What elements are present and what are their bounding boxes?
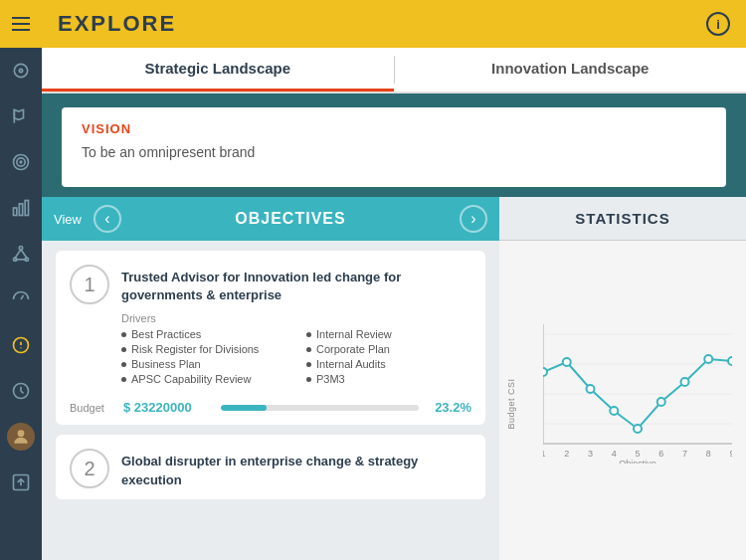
tab-strategic[interactable]: Strategic Landscape <box>42 48 394 92</box>
svg-point-30 <box>563 358 571 366</box>
next-button[interactable]: › <box>460 205 487 233</box>
svg-text:4: 4 <box>612 449 617 459</box>
budget-label: Budget <box>70 402 115 414</box>
svg-point-29 <box>543 368 547 376</box>
objective-2-title: Global disrupter in enterprise change & … <box>121 449 471 488</box>
vision-card: VISION To be an omnipresent brand <box>62 107 726 187</box>
driver-text: APSC Capability Review <box>131 373 251 385</box>
driver-dot <box>121 362 126 367</box>
sidebar-item-home[interactable] <box>0 48 42 93</box>
objectives-title: OBJECTIVES <box>129 210 452 228</box>
vision-text: To be an omnipresent brand <box>82 144 706 160</box>
objective-2-top: 2 Global disrupter in enterprise change … <box>70 449 471 488</box>
main-content: EXPLORE i Strategic Landscape Innovation… <box>42 0 746 560</box>
budget-bar-fill <box>221 405 267 411</box>
svg-point-0 <box>14 64 27 77</box>
driver-text: Business Plan <box>131 358 201 370</box>
sidebar-item-export[interactable] <box>0 460 42 505</box>
objective-card-1[interactable]: 1 Trusted Advisor for Innovation led cha… <box>56 251 485 425</box>
objectives-list: 1 Trusted Advisor for Innovation led cha… <box>42 241 499 560</box>
line-chart: 1 2 3 4 5 6 7 8 9 Objective <box>543 324 732 464</box>
driver-dot <box>121 332 126 337</box>
driver-dot <box>121 347 126 352</box>
sidebar-item-edit[interactable] <box>0 322 42 368</box>
driver-text: Best Practices <box>131 328 201 340</box>
svg-text:8: 8 <box>706 449 711 459</box>
driver-text: Corporate Plan <box>316 343 390 355</box>
objectives-header: View ‹ OBJECTIVES › <box>42 197 499 241</box>
svg-rect-7 <box>19 204 22 216</box>
objective-1-top: 1 Trusted Advisor for Innovation led cha… <box>70 265 471 304</box>
drivers-label: Drivers <box>121 312 471 324</box>
hamburger-icon <box>12 17 30 31</box>
sidebar-item-avatar[interactable] <box>0 414 42 460</box>
driver-item: Internal Audits <box>306 358 471 370</box>
objective-1-drivers: Drivers Best Practices Risk Register for… <box>121 312 471 388</box>
chart-wrap: Budget CSI <box>513 324 732 483</box>
sidebar-item-network[interactable] <box>0 231 42 277</box>
svg-point-33 <box>634 425 642 433</box>
svg-text:2: 2 <box>564 449 569 459</box>
svg-text:Objective: Objective <box>619 459 656 464</box>
budget-row: Budget $ 23220000 23.2% <box>70 400 471 415</box>
svg-text:1: 1 <box>543 449 546 459</box>
driver-dot <box>306 347 311 352</box>
chart-area: Budget CSI <box>499 241 746 560</box>
svg-rect-8 <box>25 201 28 216</box>
drivers-columns: Best Practices Risk Register for Divisio… <box>121 328 471 388</box>
chart-y-label: Budget CSI <box>506 378 516 429</box>
svg-rect-6 <box>14 208 17 216</box>
info-button[interactable]: i <box>706 12 730 36</box>
objectives-panel: View ‹ OBJECTIVES › 1 Trusted Advisor fo… <box>42 197 499 560</box>
statistics-panel: STATISTICS Budget CSI <box>499 197 746 560</box>
svg-text:7: 7 <box>682 449 687 459</box>
budget-amount: $ 23220000 <box>123 400 213 415</box>
driver-dot <box>306 332 311 337</box>
svg-point-9 <box>19 247 22 250</box>
driver-item: Internal Review <box>306 328 471 340</box>
objective-1-title: Trusted Advisor for Innovation led chang… <box>121 265 471 304</box>
svg-text:3: 3 <box>588 449 593 459</box>
menu-button[interactable] <box>0 0 42 48</box>
svg-point-34 <box>657 398 665 406</box>
driver-item: Business Plan <box>121 358 286 370</box>
svg-text:5: 5 <box>635 449 640 459</box>
driver-text: Internal Audits <box>316 358 386 370</box>
budget-pct: 23.2% <box>427 400 471 415</box>
svg-point-31 <box>587 385 595 393</box>
content-area: View ‹ OBJECTIVES › 1 Trusted Advisor fo… <box>42 197 746 560</box>
svg-point-35 <box>681 378 689 386</box>
driver-item: Corporate Plan <box>306 343 471 355</box>
driver-dot <box>121 377 126 382</box>
driver-item: P3M3 <box>306 373 471 385</box>
app-title: EXPLORE <box>58 11 176 37</box>
budget-bar-bg <box>221 405 419 411</box>
sidebar-item-clock[interactable] <box>0 368 42 414</box>
view-label[interactable]: View <box>54 212 82 227</box>
objective-1-number: 1 <box>70 265 109 304</box>
svg-text:6: 6 <box>658 449 663 459</box>
svg-point-5 <box>20 161 22 163</box>
tab-innovation[interactable]: Innovation Landscape <box>395 48 747 92</box>
statistics-title: STATISTICS <box>575 210 669 227</box>
sidebar-item-target[interactable] <box>0 139 42 185</box>
driver-text: P3M3 <box>316 373 345 385</box>
drivers-col-1: Best Practices Risk Register for Divisio… <box>121 328 286 388</box>
driver-item: Risk Register for Divisions <box>121 343 286 355</box>
driver-dot <box>306 362 311 367</box>
driver-dot <box>306 377 311 382</box>
svg-point-1 <box>19 69 22 72</box>
sidebar-item-gauge[interactable] <box>0 277 42 322</box>
sidebar-item-flag[interactable] <box>0 93 42 139</box>
sidebar-item-chart[interactable] <box>0 185 42 231</box>
drivers-col-2: Internal Review Corporate Plan Internal … <box>306 328 471 388</box>
svg-point-32 <box>610 407 618 415</box>
objective-card-2[interactable]: 2 Global disrupter in enterprise change … <box>56 435 485 498</box>
vision-label: VISION <box>82 121 706 136</box>
svg-text:9: 9 <box>729 449 732 459</box>
tabs: Strategic Landscape Innovation Landscape <box>42 48 746 93</box>
svg-point-36 <box>704 355 712 363</box>
prev-button[interactable]: ‹ <box>93 205 121 233</box>
driver-text: Internal Review <box>316 328 392 340</box>
statistics-header: STATISTICS <box>499 197 746 241</box>
